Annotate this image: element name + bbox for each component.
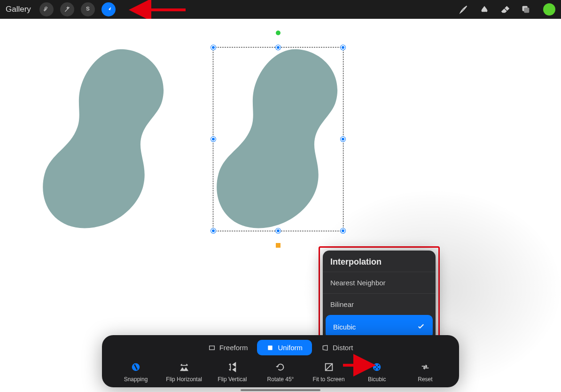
selection-box[interactable] xyxy=(213,47,343,231)
action-label: Snapping xyxy=(124,376,148,383)
transform-arrow-icon[interactable] xyxy=(101,2,116,16)
svg-point-8 xyxy=(374,365,376,366)
interpolation-icon xyxy=(371,361,383,373)
annotation-highlight-box: Interpolation Nearest Neighbor Bilinear … xyxy=(319,246,440,345)
popup-title: Interpolation xyxy=(323,251,436,272)
magnet-icon xyxy=(130,361,142,373)
mode-distort[interactable]: Distort xyxy=(312,340,362,355)
interpolation-popup: Interpolation Nearest Neighbor Bilinear … xyxy=(323,251,436,341)
mode-freeform[interactable]: Freeform xyxy=(199,340,257,355)
action-flip-horizontal[interactable]: Flip Horizontal xyxy=(163,361,206,383)
mode-uniform[interactable]: Uniform xyxy=(257,340,312,355)
mode-label: Distort xyxy=(333,344,353,352)
interp-option-bilinear[interactable]: Bilinear xyxy=(323,293,436,315)
mode-label: Freeform xyxy=(219,344,248,352)
rotate-icon xyxy=(274,361,287,373)
action-flip-vertical[interactable]: Flip Vertical xyxy=(210,361,254,383)
shape-blob-left xyxy=(40,45,176,233)
svg-rect-1 xyxy=(524,8,529,13)
svg-point-10 xyxy=(374,368,376,369)
action-label: Flip Vertical xyxy=(218,376,247,383)
option-label: Nearest Neighbor xyxy=(330,279,386,287)
fit-screen-icon xyxy=(323,361,335,373)
action-row: Snapping Flip Horizontal Flip Vertical R… xyxy=(110,361,451,384)
handle-se[interactable] xyxy=(341,228,345,233)
svg-rect-4 xyxy=(268,345,273,350)
actions-wrench-icon[interactable] xyxy=(39,2,54,16)
adjustments-wand-icon[interactable] xyxy=(60,2,74,16)
handle-ne[interactable] xyxy=(341,45,345,50)
brush-icon[interactable] xyxy=(457,2,471,16)
action-label: Bicubic xyxy=(368,376,386,383)
action-reset[interactable]: Reset xyxy=(404,361,447,383)
svg-rect-3 xyxy=(209,346,214,350)
layers-icon[interactable] xyxy=(519,2,533,16)
option-label: Bicubic xyxy=(333,323,356,331)
color-swatch[interactable] xyxy=(543,3,555,16)
action-fit-to-screen[interactable]: Fit to Screen xyxy=(307,361,351,383)
action-rotate[interactable]: Rotate 45° xyxy=(259,361,302,383)
eraser-icon[interactable] xyxy=(498,2,512,16)
handle-sw[interactable] xyxy=(211,228,216,233)
mode-label: Uniform xyxy=(278,344,303,352)
handle-s[interactable] xyxy=(276,228,280,233)
handle-nw[interactable] xyxy=(211,45,216,50)
gallery-button[interactable]: Gallery xyxy=(6,5,31,14)
option-label: Bilinear xyxy=(330,300,354,308)
action-interpolation[interactable]: Bicubic xyxy=(355,361,398,383)
action-label: Flip Horizontal xyxy=(166,376,202,383)
svg-point-12 xyxy=(376,367,378,368)
mode-row: Freeform Uniform Distort xyxy=(110,340,451,355)
handle-n[interactable] xyxy=(276,45,280,50)
interp-option-nearest[interactable]: Nearest Neighbor xyxy=(323,272,436,293)
svg-point-11 xyxy=(378,368,379,369)
flip-horizontal-icon xyxy=(178,361,190,373)
handle-w[interactable] xyxy=(211,137,216,141)
action-label: Fit to Screen xyxy=(313,376,345,383)
rotate-handle-bottom[interactable] xyxy=(276,243,280,248)
rotate-handle-top[interactable] xyxy=(276,31,280,35)
svg-point-9 xyxy=(378,365,379,366)
handle-e[interactable] xyxy=(341,137,345,141)
action-label: Rotate 45° xyxy=(267,376,294,383)
top-toolbar: Gallery xyxy=(0,0,561,19)
reset-icon xyxy=(419,361,431,373)
selection-s-icon[interactable] xyxy=(81,2,95,16)
transform-panel: Freeform Uniform Distort Snapping Flip H… xyxy=(102,335,459,387)
action-label: Reset xyxy=(418,376,432,383)
smudge-icon[interactable] xyxy=(477,2,491,16)
home-indicator xyxy=(241,389,320,391)
action-snapping[interactable]: Snapping xyxy=(114,361,157,383)
flip-vertical-icon xyxy=(226,361,238,373)
checkmark-icon xyxy=(417,322,425,332)
